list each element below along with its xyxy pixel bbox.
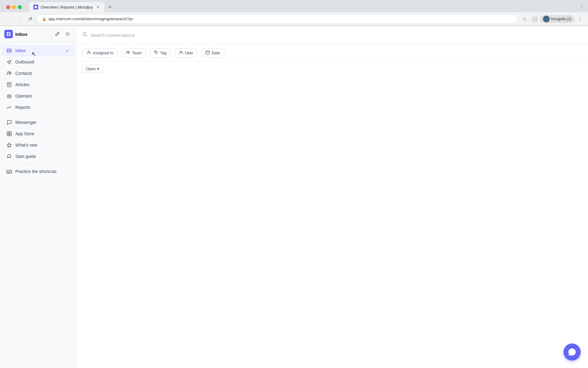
nav-divider-2: [4, 164, 71, 164]
user-icon: [179, 50, 183, 56]
svg-rect-6: [7, 49, 11, 52]
collapse-sidebar-button[interactable]: [63, 30, 71, 38]
svg-line-32: [86, 35, 87, 36]
profile-button[interactable]: 👤 Incognito (2): [540, 15, 575, 23]
svg-rect-21: [9, 134, 11, 136]
svg-rect-23: [7, 170, 12, 173]
sidebar-title: Inbox: [15, 32, 51, 37]
sidebar-item-operator[interactable]: Operator: [2, 90, 74, 102]
address-bar[interactable]: 🔒 app.intercom.com/a/inbox/nnsgmgob/sear…: [37, 14, 518, 24]
bookmark-button[interactable]: ☆: [520, 15, 529, 23]
svg-point-15: [9, 96, 10, 97]
date-icon: [205, 50, 210, 56]
status-open-button[interactable]: Open ▾: [82, 65, 103, 73]
svg-point-7: [8, 71, 9, 73]
sidebar-item-app-store[interactable]: App Store: [2, 128, 74, 139]
date-filter[interactable]: Date: [201, 48, 224, 58]
people-icon: [6, 70, 12, 76]
cast-button[interactable]: ⬜: [530, 15, 539, 23]
user-filter[interactable]: User: [174, 48, 198, 58]
traffic-dot-red[interactable]: [6, 5, 10, 9]
sidebar-item-label-articles: Articles: [15, 82, 70, 87]
traffic-dot-yellow[interactable]: [12, 5, 16, 9]
assigned-to-icon: [87, 50, 91, 56]
tab-favicon: [33, 5, 38, 10]
sidebar-item-label-contacts: Contacts: [15, 71, 70, 76]
lock-icon: 🔒: [42, 17, 47, 21]
sidebar-item-label-outbound: Outbound: [15, 59, 70, 64]
sidebar-header: Inbox: [0, 26, 76, 42]
svg-point-0: [35, 6, 37, 8]
svg-rect-38: [206, 51, 209, 54]
send-icon: [6, 59, 12, 65]
sidebar-item-label-shortcuts: Practice the shortcuts: [15, 169, 70, 174]
nav-forward-button[interactable]: ›: [15, 15, 23, 23]
team-label: Team: [132, 51, 142, 55]
browser-tab-active[interactable]: Overview | Reports | Moodjoy ✕: [29, 2, 104, 12]
sidebar-item-outbound[interactable]: Outbound: [2, 56, 74, 67]
svg-point-8: [10, 72, 11, 74]
sidebar-item-contacts[interactable]: Contacts: [2, 68, 74, 79]
team-filter[interactable]: Team: [121, 48, 146, 58]
app-container: Inbox Inbox ✓: [0, 26, 588, 368]
active-check-icon: ✓: [66, 48, 70, 53]
svg-point-36: [155, 52, 156, 52]
sidebar-item-label-app-store: App Store: [15, 131, 70, 136]
main-content: Assigned to Team Tag Us: [76, 26, 588, 368]
rocket-icon: [6, 153, 12, 159]
tag-filter[interactable]: Tag: [149, 48, 171, 58]
svg-point-14: [8, 96, 9, 97]
keyboard-icon: [6, 168, 12, 174]
status-bar: Open ▾: [76, 62, 588, 76]
sidebar-item-inbox[interactable]: Inbox ✓: [2, 45, 74, 56]
team-icon: [126, 50, 130, 56]
browser-toolbar: ‹ › ↺ 🔒 app.intercom.com/a/inbox/nnsgmgo…: [0, 12, 588, 26]
conversation-list-empty: [76, 76, 588, 368]
nav-back-button[interactable]: ‹: [4, 15, 12, 23]
browser-traffic-lights: [2, 5, 25, 9]
search-bar: [76, 26, 588, 44]
search-icon: [82, 32, 88, 39]
tab-close-button[interactable]: ✕: [95, 5, 100, 10]
new-tab-button[interactable]: +: [106, 3, 114, 11]
svg-rect-4: [9, 34, 10, 36]
svg-rect-18: [7, 132, 9, 133]
sidebar-logo: [4, 30, 13, 38]
sidebar-item-label-reports: Reports: [15, 105, 70, 110]
compose-button[interactable]: [53, 30, 62, 38]
sidebar-item-articles[interactable]: Articles: [2, 79, 74, 90]
sidebar-item-label-operator: Operator: [15, 94, 70, 98]
nav-reload-button[interactable]: ↺: [26, 15, 34, 23]
svg-point-35: [128, 52, 130, 53]
star-icon: [6, 142, 12, 148]
search-input[interactable]: [91, 33, 582, 38]
sidebar-item-label-inbox: Inbox: [15, 48, 63, 53]
profile-icon: 👤: [543, 16, 550, 22]
menu-button[interactable]: ⋮: [576, 15, 584, 23]
svg-rect-2: [9, 32, 10, 34]
intercom-chat-button[interactable]: [564, 343, 581, 361]
sidebar-item-label-whats-new: What's new: [15, 143, 70, 148]
user-label: User: [185, 51, 193, 55]
traffic-dot-green[interactable]: [18, 5, 22, 9]
sidebar-item-whats-new[interactable]: What's new: [2, 140, 74, 151]
browser-chrome: Overview | Reports | Moodjoy ✕ + ⋮ ‹ › ↺…: [0, 0, 588, 26]
status-label: Open: [86, 67, 96, 71]
svg-rect-20: [7, 134, 9, 136]
tab-more-button[interactable]: ⋮: [578, 2, 586, 12]
sidebar-item-start-guide[interactable]: Start guide: [2, 151, 74, 162]
address-text: app.intercom.com/a/inbox/nnsgmgob/search…: [48, 17, 513, 21]
sidebar-item-messenger[interactable]: Messenger: [2, 117, 74, 128]
profile-label: Incognito (2): [551, 17, 571, 21]
tag-label: Tag: [160, 51, 167, 55]
assigned-to-filter[interactable]: Assigned to: [82, 48, 118, 58]
svg-rect-19: [9, 132, 11, 133]
robot-icon: [6, 93, 12, 99]
sidebar-item-shortcuts[interactable]: Practice the shortcuts: [2, 166, 74, 177]
sidebar-item-reports[interactable]: Reports: [2, 102, 74, 113]
filters-bar: Assigned to Team Tag Us: [76, 44, 588, 62]
grid-icon: [6, 131, 12, 137]
sidebar-header-actions: [53, 30, 71, 38]
nav-divider: [4, 115, 71, 115]
svg-point-31: [83, 33, 86, 36]
